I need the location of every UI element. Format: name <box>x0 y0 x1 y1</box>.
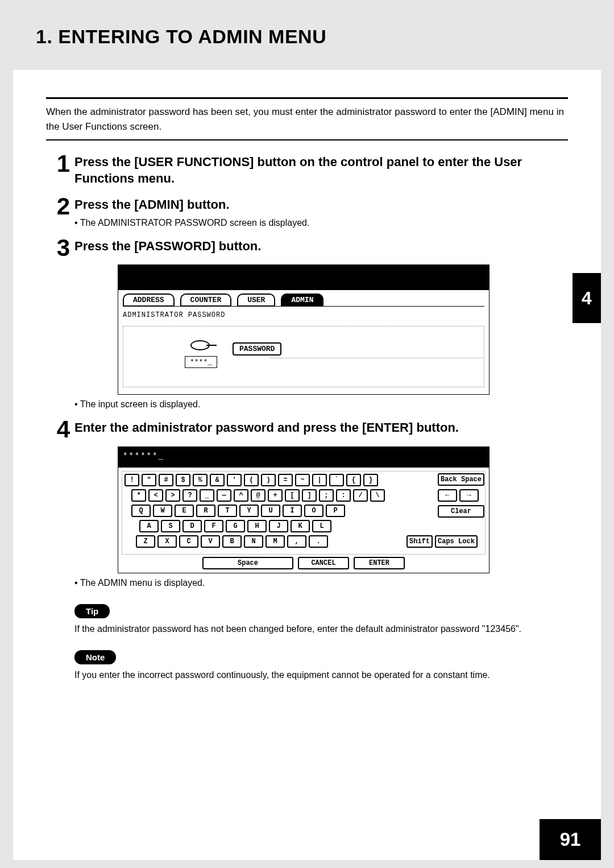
key-char[interactable]: @ <box>251 489 265 502</box>
key-char[interactable]: ) <box>261 474 276 486</box>
password-tab-screenshot: ADDRESS COUNTER USER ADMIN ADMINISTRATOR… <box>118 264 489 395</box>
key-u[interactable]: U <box>261 505 280 517</box>
tab-counter[interactable]: COUNTER <box>180 294 232 307</box>
keyboard-input-display: ******_ <box>118 447 489 468</box>
keyboard-row-1: ! " # $ % & ' ( ) = <box>125 474 483 486</box>
key-icon <box>190 340 210 350</box>
step-3: 3 Press the [PASSWORD] button. ADDRESS C… <box>46 236 568 410</box>
note-badge: Note <box>74 650 116 664</box>
key-j[interactable]: J <box>269 520 288 532</box>
arrow-left-button[interactable]: ← <box>438 489 457 502</box>
key-s[interactable]: S <box>161 520 180 532</box>
step-title: Press the [PASSWORD] button. <box>74 236 568 255</box>
chapter-tab: 4 <box>572 273 601 323</box>
key-g[interactable]: G <box>226 520 245 532</box>
key-z[interactable]: Z <box>136 535 155 548</box>
key-m[interactable]: M <box>265 535 285 548</box>
step-number: 2 <box>46 195 74 228</box>
key-char[interactable]: _ <box>200 489 214 502</box>
tab-user[interactable]: USER <box>237 294 275 307</box>
key-char[interactable]: — <box>217 489 231 502</box>
key-n[interactable]: N <box>244 535 263 548</box>
key-char[interactable]: [ <box>285 489 300 502</box>
capslock-button[interactable]: Caps Lock <box>435 535 478 548</box>
key-period[interactable]: . <box>309 535 328 548</box>
header-band: 1. ENTERING TO ADMIN MENU <box>13 9 601 70</box>
key-char[interactable]: ~ <box>295 474 310 486</box>
key-c[interactable]: C <box>179 535 198 548</box>
enter-button[interactable]: ENTER <box>354 557 405 569</box>
content-area: When the administrator password has been… <box>13 97 601 680</box>
step-number: 1 <box>46 152 74 187</box>
tip-badge: Tip <box>74 604 110 618</box>
key-w[interactable]: W <box>153 505 172 517</box>
tab-admin[interactable]: ADMIN <box>281 294 323 307</box>
key-char[interactable]: ] <box>302 489 317 502</box>
key-char[interactable]: ! <box>125 474 139 486</box>
key-char[interactable]: / <box>353 489 368 502</box>
tab-bar: ADDRESS COUNTER USER ADMIN <box>123 294 484 307</box>
password-panel: ****_ PASSWORD <box>123 326 484 387</box>
key-r[interactable]: R <box>196 505 215 517</box>
key-d[interactable]: D <box>182 520 202 532</box>
rule-thin <box>46 139 568 140</box>
key-v[interactable]: V <box>201 535 220 548</box>
page-number: 91 <box>540 819 601 860</box>
key-b[interactable]: B <box>222 535 242 548</box>
key-char[interactable]: | <box>312 474 327 486</box>
key-o[interactable]: O <box>304 505 323 517</box>
screen-subtitle: ADMINISTRATOR PASSWORD <box>123 311 484 319</box>
key-char[interactable]: ^ <box>234 489 248 502</box>
key-h[interactable]: H <box>247 520 267 532</box>
key-char[interactable]: ( <box>244 474 259 486</box>
page: 1. ENTERING TO ADMIN MENU When the admin… <box>13 9 601 860</box>
key-f[interactable]: F <box>204 520 223 532</box>
key-comma[interactable]: , <box>287 535 306 548</box>
step-bullet: The input screen is displayed. <box>74 399 568 410</box>
key-e[interactable]: E <box>175 505 194 517</box>
key-char[interactable]: \ <box>370 489 385 502</box>
key-char[interactable]: + <box>268 489 283 502</box>
arrow-right-button[interactable]: → <box>459 489 479 502</box>
key-char[interactable]: ` <box>329 474 344 486</box>
key-char[interactable]: % <box>193 474 208 486</box>
keyboard-bottom-row: Space CANCEL ENTER <box>122 557 486 569</box>
key-char[interactable]: $ <box>176 474 190 486</box>
key-char[interactable]: ' <box>227 474 242 486</box>
password-mask: ****_ <box>185 356 217 368</box>
key-char[interactable]: " <box>142 474 156 486</box>
key-char[interactable]: : <box>336 489 351 502</box>
cancel-button[interactable]: CANCEL <box>298 557 349 569</box>
key-char[interactable]: * <box>131 489 146 502</box>
step-4: 4 Enter the administrator password and p… <box>46 418 568 680</box>
note-text: If you enter the incorrect password cont… <box>74 670 568 680</box>
key-char[interactable]: # <box>159 474 173 486</box>
key-char[interactable]: { <box>346 474 361 486</box>
key-p[interactable]: P <box>326 505 345 517</box>
backspace-button[interactable]: Back Space <box>438 473 484 486</box>
key-char[interactable]: } <box>363 474 378 486</box>
key-i[interactable]: I <box>283 505 302 517</box>
shift-button[interactable]: Shift <box>406 535 433 548</box>
clear-button[interactable]: Clear <box>438 505 484 518</box>
key-char[interactable]: & <box>210 474 225 486</box>
key-q[interactable]: Q <box>131 505 151 517</box>
key-char[interactable]: = <box>278 474 293 486</box>
key-l[interactable]: L <box>312 520 331 532</box>
key-y[interactable]: Y <box>239 505 259 517</box>
key-x[interactable]: X <box>157 535 177 548</box>
space-button[interactable]: Space <box>202 557 293 569</box>
key-char[interactable]: ; <box>319 489 334 502</box>
keyboard-row-2: * < > ? _ — ^ @ + [ <box>125 489 483 502</box>
step-1: 1 Press the [USER FUNCTIONS] button on t… <box>46 152 568 187</box>
step-title: Enter the administrator password and pre… <box>74 418 568 436</box>
step-2: 2 Press the [ADMIN] button. The ADMINIST… <box>46 195 568 228</box>
tab-address[interactable]: ADDRESS <box>123 294 175 307</box>
key-a[interactable]: A <box>139 520 159 532</box>
key-char[interactable]: < <box>148 489 163 502</box>
key-k[interactable]: K <box>291 520 310 532</box>
key-char[interactable]: ? <box>182 489 197 502</box>
rule-thick <box>46 97 568 99</box>
key-t[interactable]: T <box>218 505 237 517</box>
key-char[interactable]: > <box>165 489 180 502</box>
